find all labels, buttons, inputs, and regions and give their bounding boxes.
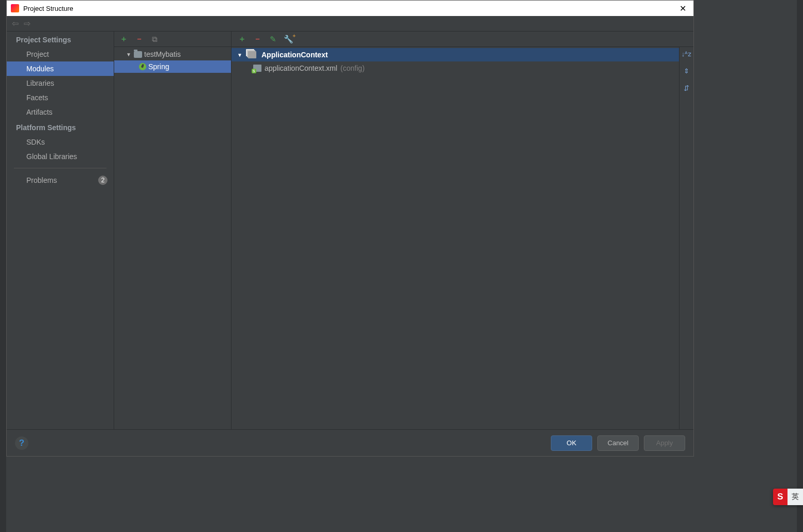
file-name: applicationContext.xml (265, 64, 337, 72)
fileset-toolbar: ＋ － ✎ 🔧 (231, 32, 693, 47)
help-button[interactable]: ? (15, 436, 28, 450)
button-label: Cancel (608, 439, 628, 447)
ok-button[interactable]: OK (551, 435, 592, 451)
sidebar-item-modules[interactable]: Modules (7, 61, 114, 76)
sidebar-item-global-libraries[interactable]: Global Libraries (7, 149, 114, 164)
facet-name: Spring (148, 62, 169, 71)
titlebar[interactable]: Project Structure ✕ (7, 1, 693, 16)
sidebar-divider (14, 168, 106, 168)
fileset-icon (248, 51, 256, 58)
right-tool-strip: ↓ᴬᴢ ⇕ ⇵ (679, 47, 693, 429)
nav-forward-icon[interactable]: ⇨ (24, 19, 30, 28)
facet-content-panel: ＋ － ✎ 🔧 ▼ ApplicationContext application… (231, 32, 693, 429)
module-tree-panel: ＋ － ⧉ ▼ testMybatis Spring (114, 32, 231, 429)
sidebar-item-label: Project (26, 50, 49, 58)
sidebar-item-artifacts[interactable]: Artifacts (7, 105, 114, 119)
module-name: testMybatis (144, 50, 181, 58)
module-tree: ▼ testMybatis Spring (114, 47, 231, 429)
project-structure-dialog: Project Structure ✕ ⇦ ⇨ Project Settings… (6, 0, 694, 457)
dialog-body: Project Settings Project Modules Librari… (7, 32, 693, 429)
remove-module-icon[interactable]: － (135, 35, 143, 43)
fileset-list: ▼ ApplicationContext applicationContext.… (231, 47, 693, 76)
sidebar-item-project[interactable]: Project (7, 47, 114, 61)
background-right-strip (797, 0, 803, 532)
close-icon[interactable]: ✕ (676, 4, 689, 13)
ime-logo-icon: S (773, 489, 787, 505)
window-title: Project Structure (23, 5, 73, 12)
expand-icon[interactable]: ▼ (237, 52, 243, 58)
settings-sidebar: Project Settings Project Modules Librari… (7, 32, 114, 429)
sidebar-item-label: Modules (26, 65, 54, 73)
sidebar-item-label: Facets (26, 93, 48, 102)
spring-icon (139, 63, 146, 70)
intellij-icon (11, 4, 19, 12)
project-settings-header: Project Settings (7, 32, 114, 47)
sort-az-icon[interactable]: ↓ᴬᴢ (682, 50, 692, 58)
add-module-icon[interactable]: ＋ (119, 35, 128, 43)
nav-back-icon[interactable]: ⇦ (12, 19, 19, 28)
fileset-file-row[interactable]: applicationContext.xml (config) (231, 61, 693, 75)
expand-all-icon[interactable]: ⇕ (684, 67, 689, 75)
ime-mode-label: 英 (787, 489, 803, 505)
remove-fileset-icon[interactable]: － (253, 35, 261, 43)
sidebar-item-label: Artifacts (26, 108, 53, 116)
tree-facet-spring[interactable]: Spring (114, 60, 231, 73)
problems-count-badge: 2 (98, 176, 107, 185)
module-toolbar: ＋ － ⧉ (114, 32, 231, 47)
spring-xml-icon (253, 65, 261, 72)
copy-module-icon[interactable]: ⧉ (150, 35, 159, 43)
sidebar-item-libraries[interactable]: Libraries (7, 76, 114, 90)
dialog-button-bar: ? OK Cancel Apply (7, 429, 693, 456)
buttons-right-group: OK Cancel Apply (551, 435, 685, 451)
nav-history-row: ⇦ ⇨ (7, 16, 693, 32)
fileset-name: ApplicationContext (261, 51, 328, 59)
platform-settings-header: Platform Settings (7, 119, 114, 135)
fileset-header-row[interactable]: ▼ ApplicationContext (231, 48, 693, 61)
sidebar-item-problems[interactable]: Problems 2 (7, 173, 114, 188)
apply-button[interactable]: Apply (644, 435, 685, 451)
tree-module-row[interactable]: ▼ testMybatis (114, 48, 231, 60)
background-left-strip (0, 0, 6, 532)
titlebar-left: Project Structure (11, 4, 73, 12)
edit-fileset-icon[interactable]: ✎ (269, 35, 277, 43)
sidebar-item-facets[interactable]: Facets (7, 90, 114, 105)
sidebar-item-label: Libraries (26, 79, 54, 87)
sidebar-item-label: Problems (26, 176, 57, 184)
cancel-button[interactable]: Cancel (597, 435, 639, 451)
file-suffix: (config) (341, 64, 365, 72)
collapse-all-icon[interactable]: ⇵ (684, 84, 689, 92)
ime-indicator[interactable]: S 英 (773, 489, 803, 505)
settings-icon[interactable]: 🔧 (284, 35, 292, 43)
module-folder-icon (134, 51, 142, 58)
button-label: Apply (656, 439, 673, 447)
button-label: OK (567, 439, 577, 447)
add-fileset-icon[interactable]: ＋ (238, 35, 246, 43)
fileset-body: ▼ ApplicationContext applicationContext.… (231, 47, 693, 429)
sidebar-item-label: SDKs (26, 138, 45, 146)
sidebar-item-label: Global Libraries (26, 152, 77, 161)
expand-icon[interactable]: ▼ (126, 52, 132, 57)
sidebar-item-sdks[interactable]: SDKs (7, 135, 114, 149)
